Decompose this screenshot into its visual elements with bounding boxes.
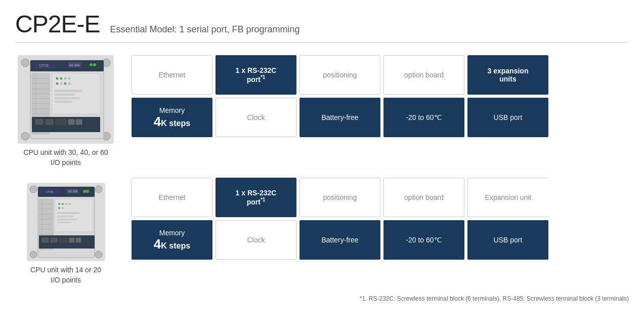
- svg-point-26: [56, 77, 59, 80]
- feature-temp-1: -20 to 60℃: [383, 98, 464, 137]
- svg-point-32: [64, 83, 67, 85]
- feature-ethernet-2: Ethernet: [132, 178, 212, 217]
- header: CP2E-E Essential Model: 1 serial port, F…: [15, 10, 629, 38]
- svg-rect-35: [55, 94, 75, 96]
- feature-ethernet-1: Ethernet: [132, 55, 212, 95]
- svg-rect-79: [42, 238, 49, 242]
- feature-usb-2: USB port: [467, 220, 548, 260]
- feature-usb-1: USB port: [467, 98, 548, 137]
- feature-clock-2: Clock: [216, 220, 296, 260]
- feature-rs232c-2: 1 x RS-232Cport*1: [216, 178, 296, 217]
- svg-rect-81: [59, 238, 67, 242]
- cpu-image-large: CP2E AC 100: [18, 55, 114, 144]
- svg-point-31: [60, 83, 63, 85]
- feature-batteryfree-2: Battery-free: [299, 220, 380, 260]
- product-image-section-1: CP2E AC 100: [15, 55, 116, 168]
- features-row-2-2: Memory 4K steps Clock Battery-free -20 t…: [132, 220, 629, 260]
- svg-rect-40: [46, 119, 53, 125]
- svg-rect-83: [76, 238, 81, 242]
- svg-point-11: [93, 63, 96, 66]
- svg-point-46: [30, 251, 37, 258]
- svg-point-47: [95, 251, 102, 258]
- svg-point-68: [58, 203, 60, 205]
- feature-rs232c-1: 1 x RS-232Cport*1: [216, 55, 296, 95]
- product-label-1: CPU unit with 30, 40, or 60 I/O points: [23, 148, 108, 168]
- feature-batteryfree-1: Battery-free: [299, 98, 380, 137]
- main-content: CP2E AC 100: [15, 55, 629, 285]
- svg-point-0: [21, 59, 29, 67]
- feature-clock-1: Clock: [216, 98, 296, 137]
- svg-point-69: [62, 203, 64, 205]
- features-row-2-1: Ethernet 1 x RS-232Cport*1 positioning o…: [132, 178, 629, 217]
- svg-rect-67: [55, 199, 93, 232]
- svg-point-70: [65, 203, 67, 205]
- svg-point-71: [69, 203, 71, 205]
- feature-optionboard-2: option board: [383, 178, 464, 217]
- cpu-image-small: CP2E AC 100: [27, 183, 105, 261]
- product-image-section-2: CP2E AC 100: [15, 178, 116, 285]
- product-label-2: CPU unit with 14 or 20 I/O points: [30, 265, 101, 285]
- svg-point-2: [21, 132, 29, 140]
- header-divider: [15, 42, 629, 43]
- svg-rect-77: [57, 222, 71, 223]
- svg-text:CP2E: CP2E: [46, 190, 54, 193]
- svg-point-33: [68, 83, 71, 85]
- svg-point-30: [56, 83, 59, 85]
- feature-positioning-2: positioning: [299, 178, 380, 217]
- svg-point-54: [83, 190, 86, 193]
- svg-rect-39: [35, 119, 43, 125]
- svg-rect-34: [55, 90, 82, 92]
- features-row-1-1: Ethernet 1 x RS-232Cport*1 positioning o…: [132, 55, 629, 95]
- feature-temp-2: -20 to 60℃: [383, 220, 464, 260]
- svg-rect-76: [57, 219, 77, 220]
- svg-rect-74: [57, 212, 80, 214]
- page-container: CP2E-E Essential Model: 1 serial port, F…: [15, 10, 629, 302]
- feature-memory-1: Memory 4K steps: [132, 98, 212, 137]
- features-row-1-2: Memory 4K steps Clock Battery-free -20 t…: [132, 98, 629, 137]
- svg-rect-36: [55, 97, 80, 99]
- feature-optionboard-1: option board: [383, 55, 464, 95]
- svg-text:AC 100: AC 100: [69, 64, 80, 67]
- feature-expansion-1: 3 expansionunits: [467, 55, 548, 95]
- svg-point-27: [60, 77, 63, 80]
- footnote: *1. RS-232C: Screwless terminal block (6…: [15, 290, 629, 302]
- svg-rect-42: [68, 119, 74, 125]
- svg-rect-82: [69, 238, 74, 242]
- feature-expansion-2: Expansion unit: [467, 178, 548, 217]
- product-row-1: CP2E AC 100: [15, 55, 629, 168]
- svg-text:CP2E: CP2E: [39, 64, 49, 67]
- svg-text:AC 100: AC 100: [68, 190, 77, 193]
- svg-point-45: [95, 186, 102, 193]
- svg-point-28: [64, 77, 67, 80]
- svg-rect-75: [57, 216, 74, 217]
- svg-point-72: [58, 207, 60, 209]
- svg-rect-43: [76, 119, 82, 125]
- svg-point-44: [30, 186, 37, 193]
- svg-rect-80: [51, 238, 57, 242]
- svg-rect-37: [55, 101, 72, 103]
- svg-point-55: [86, 190, 89, 193]
- product-row-2: CP2E AC 100: [15, 178, 629, 285]
- svg-point-29: [68, 77, 71, 80]
- svg-point-73: [62, 207, 64, 209]
- page-subtitle: Essential Model: 1 serial port, FB progr…: [110, 24, 299, 35]
- feature-memory-2: Memory 4K steps: [132, 220, 212, 260]
- svg-point-10: [90, 63, 93, 66]
- features-grid-1: Ethernet 1 x RS-232Cport*1 positioning o…: [132, 55, 629, 137]
- svg-rect-41: [56, 119, 66, 125]
- features-grid-2: Ethernet 1 x RS-232Cport*1 positioning o…: [132, 178, 629, 260]
- feature-positioning-1: positioning: [299, 55, 380, 95]
- page-title: CP2E-E: [15, 10, 100, 38]
